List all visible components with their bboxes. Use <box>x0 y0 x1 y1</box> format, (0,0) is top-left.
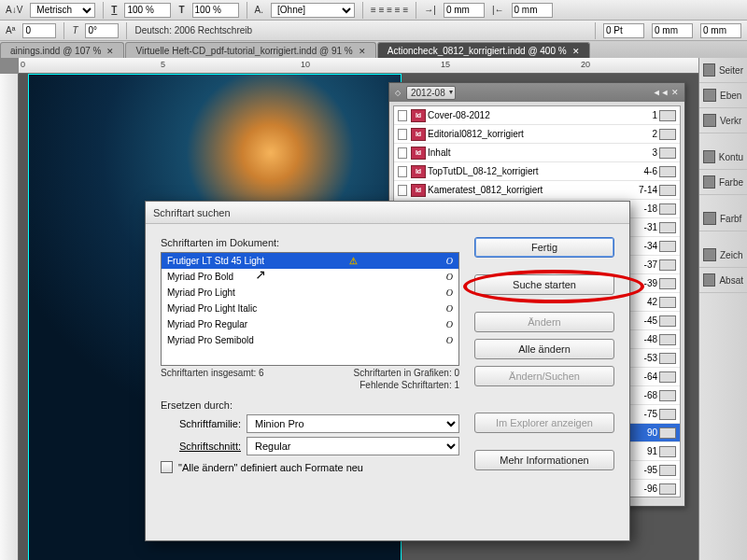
panel-icon <box>703 63 715 77</box>
dialog-titlebar[interactable]: Schriftart suchen <box>146 202 629 224</box>
font-row[interactable]: Myriad Pro Light ItalicO <box>162 301 458 316</box>
space-after[interactable] <box>700 23 741 38</box>
dock-panel-button[interactable]: Eben <box>699 83 747 108</box>
page-range: 42 <box>627 297 659 307</box>
book-document-row[interactable]: IdTopTutDL_08-12_korrigiert4-6 <box>394 162 680 181</box>
doc-name: TopTutDL_08-12_korrigiert <box>428 166 627 176</box>
font-listbox[interactable]: Frutiger LT Std 45 Light⚠OMyriad Pro Bol… <box>161 252 459 366</box>
ruler-mark: 0 <box>21 60 25 69</box>
dock-panel-button[interactable]: Absat <box>699 268 747 293</box>
ruler-vertical <box>0 74 19 560</box>
page-range: -64 <box>627 371 659 382</box>
done-button[interactable]: Fertig <box>474 237 614 258</box>
ruler-mark: 10 <box>301 60 310 69</box>
dock-label: Eben <box>720 91 741 101</box>
font-name: Frutiger LT Std 45 Light <box>167 256 264 266</box>
spread-icon <box>659 203 676 215</box>
baseline[interactable] <box>22 23 56 38</box>
change-find-button[interactable]: Ändern/Suchen <box>474 366 614 386</box>
book-document-row[interactable]: IdInhalt3 <box>394 144 680 162</box>
dock-label: Farbf <box>720 214 741 224</box>
page-range: -39 <box>627 278 659 288</box>
close-icon[interactable]: ✕ <box>359 47 366 56</box>
sync-icon <box>398 129 407 140</box>
book-document-row[interactable]: IdCover-08-20121 <box>394 106 680 125</box>
scale-v[interactable] <box>192 3 239 18</box>
indesign-doc-icon: Id <box>411 147 426 160</box>
dock-panel-button[interactable]: Verkr <box>699 108 747 133</box>
unit-select[interactable]: Metrisch <box>30 3 95 18</box>
book-title-dropdown[interactable]: 2012-08 <box>406 86 456 100</box>
font-row[interactable]: Myriad Pro LightO <box>162 285 458 301</box>
book-panel-header[interactable]: ◇ 2012-08 ◄◄ ✕ <box>389 83 684 102</box>
book-document-row[interactable]: IdEditorial0812_korrigiert2 <box>394 125 680 144</box>
spread-icon <box>659 353 676 364</box>
dock-panel-button[interactable]: Seiter <box>699 58 747 83</box>
change-all-button[interactable]: Alle ändern <box>474 339 614 359</box>
opentype-icon: O <box>446 287 453 298</box>
fonts-graphics-label: Schriftarten in Grafiken: 0 <box>354 368 459 378</box>
page-range: -68 <box>627 390 659 400</box>
av-icon: A↓V <box>6 5 22 15</box>
page-range: -48 <box>627 334 659 344</box>
find-button[interactable]: Suche starten <box>474 274 614 295</box>
redefine-styles-checkbox[interactable] <box>161 461 173 473</box>
dock-label: Verkr <box>720 116 741 126</box>
indesign-doc-icon: Id <box>411 128 426 141</box>
more-info-button[interactable]: Mehr Informationen <box>474 450 614 470</box>
spread-icon <box>659 483 676 495</box>
reveal-button[interactable]: Im Explorer anzeigen <box>474 413 614 433</box>
dock-panel-button[interactable]: Farbe <box>699 170 747 195</box>
spread-icon <box>659 334 676 345</box>
scale-h[interactable] <box>124 3 171 18</box>
fonts-in-doc-label: Schriftarten im Dokument: <box>161 237 459 248</box>
change-button[interactable]: Ändern <box>474 312 614 332</box>
fonts-missing-label: Fehlende Schriftarten: 1 <box>359 380 459 390</box>
mouse-cursor: ↖ <box>255 267 266 282</box>
document-tab[interactable]: ainings.indd @ 107 %✕ <box>0 42 124 59</box>
font-style-select[interactable]: Regular <box>247 437 459 455</box>
spread-icon <box>659 110 676 121</box>
opentype-icon: O <box>446 303 453 314</box>
font-row[interactable]: Myriad Pro RegularO <box>162 316 458 332</box>
close-icon[interactable]: ✕ <box>106 47 114 56</box>
document-tab[interactable]: Virtuelle Heft-CD_pdf-tutorial_korrigier… <box>125 42 375 59</box>
spread-icon <box>659 222 676 233</box>
page-range: 4-6 <box>627 166 659 176</box>
dock-panel-button[interactable]: Kontu <box>699 145 747 170</box>
skew[interactable] <box>85 23 119 38</box>
char-style-select[interactable]: [Ohne] <box>271 3 355 18</box>
indent-l[interactable] <box>444 3 485 18</box>
font-family-select[interactable]: Minion Pro <box>247 414 459 433</box>
font-row[interactable]: Myriad Pro SemiboldO <box>162 332 458 348</box>
ruler-mark: 15 <box>441 60 450 69</box>
space-before[interactable] <box>603 23 644 38</box>
dock-panel-button[interactable]: Farbf <box>699 206 747 231</box>
panel-icon <box>703 273 715 287</box>
font-row[interactable]: Frutiger LT Std 45 Light⚠O <box>162 253 458 269</box>
dock-panel-button[interactable]: Zeich <box>699 243 747 268</box>
doc-name: Cover-08-2012 <box>428 110 627 120</box>
opentype-icon: O <box>446 335 453 345</box>
close-icon[interactable]: ✕ <box>572 47 580 56</box>
indent-first[interactable] <box>652 23 693 38</box>
fonts-total-label: Schriftarten insgesamt: 6 <box>161 368 264 378</box>
font-style-label: Schriftschnitt: <box>161 441 241 452</box>
spread-icon <box>659 315 676 327</box>
font-family-label: Schriftfamilie: <box>161 418 241 429</box>
page-range: 91 <box>627 446 659 456</box>
spread-icon <box>659 278 676 289</box>
spread-icon <box>659 185 676 196</box>
font-row[interactable]: Myriad Pro BoldO <box>162 269 458 285</box>
dock-label: Seiter <box>719 65 743 76</box>
indent-r[interactable] <box>512 3 553 18</box>
page-range: -45 <box>627 315 659 326</box>
spread-icon <box>659 390 676 401</box>
align-icons[interactable]: ≡ ≡ ≡ ≡ ≡ <box>371 5 408 15</box>
spread-icon <box>659 241 676 252</box>
opentype-icon: O <box>446 256 453 266</box>
ruler-horizontal: 05101520 <box>19 58 698 74</box>
page-range: -34 <box>627 241 659 251</box>
document-tab[interactable]: Actioncheck_0812_korrigiert.indd @ 400 %… <box>377 42 590 59</box>
book-document-row[interactable]: IdKameratest_0812_korrigiert7-14 <box>394 181 680 200</box>
